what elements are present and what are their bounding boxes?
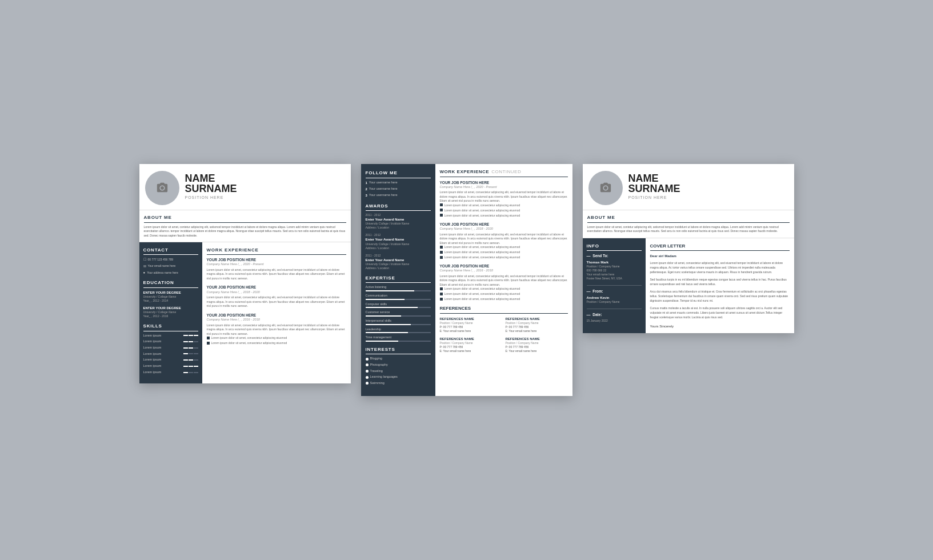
education-section: EDUCATION ENTER YOUR DEGREE University /… <box>143 279 198 318</box>
interest-4: Learning languages <box>366 375 431 379</box>
cover-letter-section: COVER LETTER Dear sir/ Madam Lorem ipsum… <box>646 238 794 334</box>
skill-2: Lorem ipsum <box>143 339 198 344</box>
we-continued-header: WORK EXPERIENCE CONTINUED <box>440 169 568 177</box>
p2-job-1: YOUR JOB POSITION HERE Company Name Here… <box>440 180 568 218</box>
skills-section: SKILLS Lorem ipsum Lorem ipsum Lorem ips… <box>143 323 198 374</box>
contact-address: ● Your address name here <box>143 270 198 275</box>
name-line1: NAME <box>185 173 237 183</box>
job-3: YOUR JOB POSITION HERE Company Name Here… <box>207 313 346 345</box>
about-text: Lorem ipsum dolor sit amet, contetur adi… <box>144 225 346 238</box>
cover-sign: Yours Sincerely <box>650 324 790 329</box>
cover-salutation: Dear sir/ Madam <box>650 254 790 258</box>
education-title: EDUCATION <box>143 279 198 287</box>
follow-section: FOLLOW ME 1Your username here 2Your user… <box>366 170 431 198</box>
job-2: YOUR JOB POSITION HERE Company Name Here… <box>207 285 346 308</box>
follow-1: 1Your username here <box>366 181 431 185</box>
exp-4: Customer service <box>366 310 431 317</box>
contact-section: CONTACT ☐ 00 777 123 456 789 ✉ Your emai… <box>143 247 198 275</box>
contact-email: ✉ Your email name here <box>143 264 198 269</box>
page1-sidebar: CONTACT ☐ 00 777 123 456 789 ✉ Your emai… <box>139 242 202 383</box>
cover-para-3: Arcu dui vivamus arcu felis bibendum ut … <box>650 289 790 303</box>
info-section: INFO — Send To: Thomas Mark Position / C… <box>587 243 642 323</box>
award-2: 2011 - 2012 Enter Your Award Name Univer… <box>366 233 431 250</box>
page1-header: NAME SURNAME POSITION HERE <box>139 164 351 210</box>
from-name: Andrew Kevin <box>587 295 642 300</box>
contact-phone: ☐ 00 777 123 456 789 <box>143 257 198 262</box>
p3-name-line1: NAME <box>628 173 680 183</box>
references-title: REFERENCES <box>440 305 568 313</box>
exp-5: Interpersonal skills <box>366 319 431 325</box>
email-icon: ✉ <box>143 264 146 269</box>
cover-para-4: Cursus mattis molestie a iaculis at est.… <box>650 306 790 319</box>
location-icon: ● <box>143 270 146 275</box>
page1-body: CONTACT ☐ 00 777 123 456 789 ✉ Your emai… <box>139 242 351 383</box>
interests-section: INTERESTS Blogging Photography Traveling… <box>366 346 431 386</box>
interest-5: Swimming <box>366 381 431 386</box>
cover-title: COVER LETTER <box>650 243 790 251</box>
award-1: 2011 - 2012 Enter Your Award Name Univer… <box>366 213 431 230</box>
exp-1: Active listening <box>366 285 431 291</box>
interests-title: INTERESTS <box>366 346 431 354</box>
expertise-title: EXPERTISE <box>366 275 431 283</box>
exp-3: Computer skills <box>366 302 431 309</box>
info-title: INFO <box>587 243 642 251</box>
p3-about-text: Lorem ipsum dolor sit amet, contetur adi… <box>587 225 790 234</box>
exp-2: Communication <box>366 294 431 300</box>
follow-2: 2Your username here <box>366 187 431 191</box>
p3-camera-icon <box>599 182 612 194</box>
awards-title: AWARDS <box>366 203 431 211</box>
page2-main: WORK EXPERIENCE CONTINUED YOUR JOB POSIT… <box>435 164 572 395</box>
page1-main: WORK EXPERIENCE YOUR JOB POSITION HERE C… <box>202 242 351 383</box>
we-title: WORK EXPERIENCE <box>207 247 346 255</box>
send-to-block: — Send To: Thomas Mark Position / Compan… <box>587 253 642 281</box>
job-1: YOUR JOB POSITION HERE Company Name Here… <box>207 257 346 281</box>
date-block: — Date: 15 January 2022 <box>587 312 642 323</box>
p2-job-3: YOUR JOB POSITION HERE Company Name Here… <box>440 263 568 301</box>
phone-icon: ☐ <box>143 257 146 262</box>
follow-title: FOLLOW ME <box>366 170 431 178</box>
p3-name-line2: SURNAME <box>628 183 680 194</box>
award-3: 2011 - 2012 Enter Your Award Name Univer… <box>366 254 431 270</box>
skill-1: Lorem ipsum <box>143 334 198 338</box>
follow-3: 3Your username here <box>366 193 431 198</box>
name-line2: SURNAME <box>185 183 237 194</box>
profile-photo <box>145 171 179 205</box>
p3-profile-photo <box>588 171 623 205</box>
interest-2: Photography <box>366 363 431 367</box>
skill-6: Lorem ipsum <box>143 364 198 369</box>
ref-2: REFERENCES NAME Position / Company Name … <box>506 317 568 333</box>
p2-job-2: YOUR JOB POSITION HERE Company Name Here… <box>440 222 568 259</box>
skills-title: SKILLS <box>143 323 198 331</box>
resume-page-1: NAME SURNAME POSITION HERE ABOUT ME Lore… <box>139 164 351 383</box>
contact-title: CONTACT <box>143 247 198 255</box>
ref-4: REFERENCES NAME Position / Company Name … <box>506 337 568 353</box>
p3-about-title: ABOUT ME <box>587 214 790 222</box>
about-title: ABOUT ME <box>144 214 346 222</box>
exp-6: Leadership <box>366 327 431 334</box>
interest-1: Blogging <box>366 357 431 361</box>
about-section: ABOUT ME Lorem ipsum dolor sit amet, con… <box>139 210 351 242</box>
cover-para-1: Lorem ipsum dolor sit amet, consectetur … <box>650 261 790 274</box>
resume-page-3: NAME SURNAME POSITION HERE ABOUT ME Lore… <box>583 164 794 333</box>
skill-3: Lorem ipsum <box>143 346 198 350</box>
from-block: — From: Andrew Kevin Position / Company … <box>587 289 642 304</box>
exp-7: Time management <box>366 335 431 342</box>
ref-1: REFERENCES NAME Position / Company Name … <box>440 317 502 333</box>
page3-body: INFO — Send To: Thomas Mark Position / C… <box>583 238 794 334</box>
page1-title: NAME SURNAME POSITION HERE <box>185 171 237 205</box>
send-to-name: Thomas Mark <box>587 260 642 265</box>
skill-7: Lorem ipsum <box>143 370 198 375</box>
p3-about-section: ABOUT ME Lorem ipsum dolor sit amet, con… <box>583 210 794 238</box>
page3-title: NAME SURNAME POSITION HERE <box>628 171 680 205</box>
edu-entry-1: ENTER YOUR DEGREE University / College N… <box>143 290 198 303</box>
skill-5: Lorem ipsum <box>143 358 198 362</box>
references-grid: REFERENCES NAME Position / Company Name … <box>440 317 568 354</box>
cover-para-2: Sed faucibus turpis in eu mi bibendum ne… <box>650 277 790 286</box>
camera-icon <box>156 182 169 194</box>
page2-sidebar: FOLLOW ME 1Your username here 2Your user… <box>361 164 435 395</box>
page3-sidebar: INFO — Send To: Thomas Mark Position / C… <box>583 238 646 334</box>
p3-position: POSITION HERE <box>628 195 680 201</box>
resume-page-2: FOLLOW ME 1Your username here 2Your user… <box>361 164 572 395</box>
skill-4: Lorem ipsum <box>143 352 198 357</box>
expertise-section: EXPERTISE Active listening Communication… <box>366 275 431 342</box>
